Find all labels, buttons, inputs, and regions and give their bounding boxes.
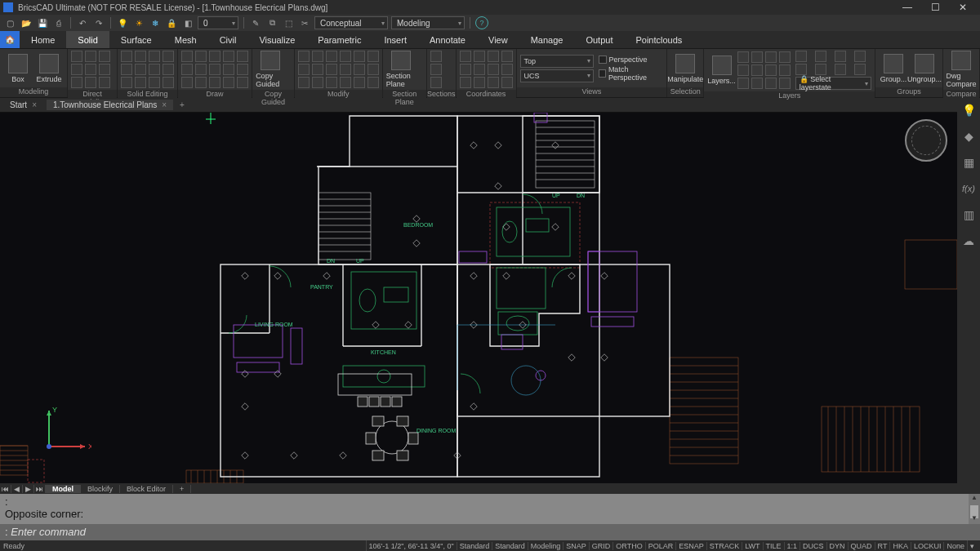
open-icon[interactable]: 📂 [20,16,33,29]
close-button[interactable]: ✕ [949,2,977,13]
tab-file[interactable]: 1.Townhouse Elecrical Plans× [47,100,173,110]
maximize-button[interactable]: ☐ [921,2,949,13]
tool-icon[interactable] [474,64,485,75]
tool-icon[interactable] [195,64,207,75]
tool-icon[interactable] [765,51,777,63]
status-ducs[interactable]: DUCS [800,542,826,550]
layer-tool-icon[interactable] [854,51,866,62]
tool-icon[interactable] [474,77,485,88]
layer-tool-icon[interactable] [835,64,846,75]
layer-tool-icon[interactable] [795,51,807,62]
tool-icon[interactable] [474,51,485,62]
drawing-canvas[interactable]: BEDROOM LIVING ROOM KITCHEN DINING ROOM … [0,113,957,483]
tool-icon[interactable] [488,64,499,75]
status-dyn[interactable]: DYN [826,542,848,550]
add-layout-button[interactable]: + [173,485,191,493]
tool-icon[interactable] [765,64,777,76]
tool-icon[interactable] [163,64,174,75]
tool-icon[interactable] [223,64,234,75]
tool-icon[interactable] [85,64,96,75]
view-compass[interactable] [905,119,947,162]
status-standard[interactable]: Standard [457,542,492,550]
menu-output[interactable]: Output [574,31,624,48]
tool-icon[interactable] [85,51,96,62]
tool-icon[interactable] [326,64,337,75]
tool-icon[interactable] [223,51,234,62]
tool-icon[interactable] [765,78,777,89]
menu-manage[interactable]: Manage [519,31,575,48]
tool-icon[interactable] [195,51,207,62]
group--button[interactable]: Group... [879,54,908,83]
status-snap[interactable]: SNAP [563,542,589,550]
tool-icon[interactable] [121,77,132,88]
tool-icon[interactable] [488,77,499,88]
status-standard[interactable]: Standard [492,542,528,550]
tool-icon[interactable] [326,77,337,88]
tool-icon[interactable] [99,51,110,62]
tool-icon[interactable] [237,51,248,62]
tool-icon[interactable] [71,64,82,75]
status-dropdown-icon[interactable]: ▾ [967,540,977,551]
tab-start[interactable]: Start× [3,100,43,110]
tool-icon[interactable] [298,51,310,62]
status-lockui[interactable]: LOCKUI [911,542,944,550]
tool-icon[interactable] [149,64,160,75]
checkbox-match-perspective[interactable]: Match Perspective [599,65,664,82]
app-logo[interactable]: 🏠 [0,31,20,48]
tool-icon[interactable] [430,77,442,88]
layer-field[interactable]: 0 [198,16,238,29]
scrollbar[interactable]: ▲▼ [969,494,980,524]
tool-icon[interactable] [135,64,146,75]
tool-icon[interactable] [195,77,207,88]
status-rt[interactable]: RT [875,542,890,550]
layout-tab-block-editor[interactable]: Block Editor [120,485,173,493]
layers--button[interactable]: Layers... [707,56,736,85]
tool-icon[interactable] [737,64,749,76]
manipulate-button[interactable]: Manipulate [670,54,700,83]
tool-icon[interactable] [209,64,220,75]
lightbulb-icon[interactable]: 💡 [116,16,129,29]
lock-icon[interactable]: 🔒 [165,16,178,29]
tool-icon[interactable] [751,78,763,89]
tool-icon[interactable] [354,77,365,88]
checkbox-perspective[interactable]: Perspective [599,56,664,64]
status-ortho[interactable]: ORTHO [612,542,644,550]
tool-icon[interactable] [779,51,791,63]
layers-icon[interactable]: ◆ [961,129,976,144]
copy-icon[interactable]: ⧉ [265,16,278,29]
menu-parametric[interactable]: Parametric [306,31,372,48]
status-lwt[interactable]: LWT [742,542,762,550]
menu-pointclouds[interactable]: Pointclouds [624,31,693,48]
cube-icon[interactable]: ⬚ [282,16,295,29]
status-esnap[interactable]: ESNAP [675,542,706,550]
close-icon[interactable]: × [32,100,37,109]
tool-icon[interactable] [71,77,82,88]
tool-icon[interactable] [368,77,379,88]
tool-icon[interactable] [354,51,365,62]
pencil-icon[interactable]: ✎ [249,16,262,29]
hint-icon[interactable]: 💡 [961,103,976,118]
layerstate-dropdown[interactable]: 🔒 Select layerstate [795,77,871,90]
tool-icon[interactable] [298,77,310,88]
status-tile[interactable]: TILE [763,542,784,550]
tool-icon[interactable] [488,51,499,62]
tool-icon[interactable] [501,51,513,62]
tool-icon[interactable] [149,51,160,62]
copy-guided-button[interactable]: Copy Guided [256,51,285,88]
color-icon[interactable]: ◧ [181,16,194,29]
tool-icon[interactable] [340,51,351,62]
tool-icon[interactable] [312,77,323,88]
redo-icon[interactable]: ↷ [92,16,105,29]
status-1-1[interactable]: 1:1 [784,542,800,550]
tool-icon[interactable] [149,77,160,88]
layout-tab-model[interactable]: Model [46,485,81,493]
tool-icon[interactable] [298,64,310,75]
tool-icon[interactable] [737,78,749,89]
menu-solid[interactable]: Solid [66,31,109,48]
menu-visualize[interactable]: Visualize [247,31,306,48]
view-dropdown[interactable]: Top [520,55,594,68]
status-modeling[interactable]: Modeling [528,542,564,550]
fx-icon[interactable]: f(x) [961,181,976,196]
menu-civil[interactable]: Civil [208,31,248,48]
layout-tab-blockify[interactable]: Blockify [81,485,120,493]
